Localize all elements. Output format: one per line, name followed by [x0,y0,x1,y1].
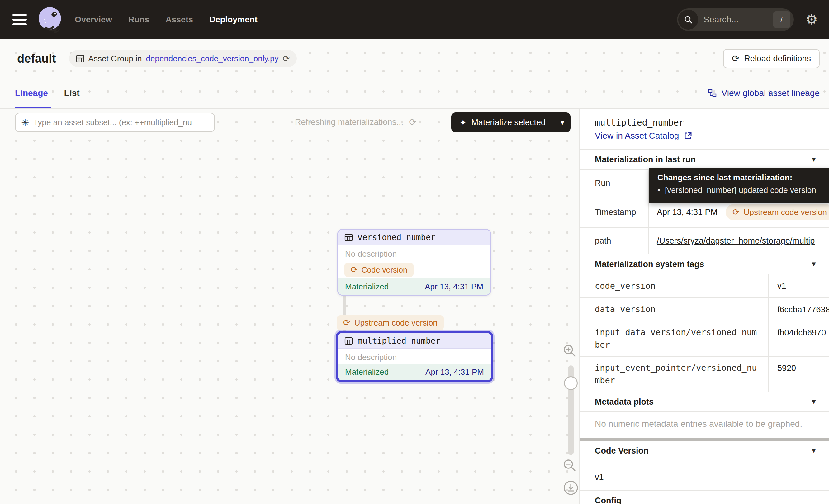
panel-asset-title: multiplied_number [595,117,814,128]
materialize-dropdown-caret[interactable]: ▾ [554,112,571,132]
code-version-change-icon: ⟳ [351,265,358,275]
search-shortcut-key: / [773,11,790,28]
materialized-status: Materialized [345,282,389,292]
badge-prefix: Asset Group in [88,54,142,64]
materialize-sparkle-icon: ✦ [459,117,467,128]
tabs-bar: Lineage List View global asset lineage [0,78,829,109]
external-link-icon [684,132,692,140]
nav-assets[interactable]: Assets [166,15,193,25]
chevron-down-icon: ▼ [810,398,817,406]
page-header: default Asset Group in dependencies_code… [0,39,829,78]
bullet: • [657,185,660,195]
path-label: path [580,228,649,254]
timestamp-label: Timestamp [580,197,649,227]
chevron-down-icon: ▼ [810,155,817,164]
asset-subset-input[interactable] [33,118,209,128]
materialize-split-button: ✦ Materialize selected ▾ [451,112,571,132]
top-navbar: Overview Runs Assets Deployment / ⚙ [0,0,829,39]
tab-lineage[interactable]: Lineage [15,78,48,108]
settings-gear-icon[interactable]: ⚙ [806,13,818,27]
refresh-status: Refreshing materializations... ⟳ [295,117,417,128]
lineage-graph-icon [708,88,717,98]
system-tag-row: input_event_pointer/versioned_number 592… [580,356,829,392]
reload-definitions-button[interactable]: ⟳ Reload definitions [723,49,820,68]
asset-node-versioned-number[interactable]: versioned_number No description ⟳ Code v… [337,229,491,296]
op-selector-icon: ✳ [21,117,29,128]
run-label: Run [580,170,649,196]
view-in-asset-catalog-link[interactable]: View in Asset Catalog [595,131,814,141]
code-version-tag[interactable]: ⟳ Code version [345,262,413,277]
path-value-link[interactable]: /Users/sryza/dagster_home/storage/multip [657,236,815,246]
reload-icon: ⟳ [732,53,739,64]
asset-group-badge: Asset Group in dependencies_code_version… [69,50,297,67]
asset-description: No description [338,349,491,362]
nav-overview[interactable]: Overview [75,15,112,25]
section-config[interactable]: Config [580,490,829,504]
page-title: default [17,52,56,65]
path-row: path /Users/sryza/dagster_home/storage/m… [580,227,829,254]
asset-subset-filter[interactable]: ✳ [15,113,215,132]
system-tag-row: input_data_version/versioned_number fb04… [580,321,829,356]
code-version-change-icon: ⟳ [343,318,350,328]
menu-icon[interactable] [12,14,27,25]
asset-description: No description [338,246,490,259]
section-code-version[interactable]: Code Version ▼ [580,441,829,461]
code-version-change-icon: ⟳ [732,207,740,217]
asset-name: multiplied_number [358,336,440,346]
nav-runs[interactable]: Runs [128,15,149,25]
code-file-link[interactable]: dependencies_code_version_only.py [146,54,279,64]
upstream-code-version-tag[interactable]: ⟳ Upstream code version [726,204,829,220]
code-version-value: v1 [580,461,829,490]
view-global-lineage-link[interactable]: View global asset lineage [708,88,820,98]
table-icon [76,55,84,63]
lineage-graph-pane: ✳ Refreshing materializations... ⟳ ✦ Mat… [0,109,580,504]
search-box[interactable]: / [677,8,794,31]
edge-upstream-code-version-tag[interactable]: ⟳ Upstream code version [337,315,444,330]
materialized-timestamp[interactable]: Apr 13, 4:31 PM [425,367,484,377]
table-icon [345,337,353,345]
materialized-timestamp[interactable]: Apr 13, 4:31 PM [425,282,483,292]
asset-node-multiplied-number[interactable]: multiplied_number No description Materia… [336,331,493,382]
chevron-down-icon: ▼ [810,447,817,455]
download-image-button[interactable] [563,480,579,496]
chevron-down-icon: ▼ [810,260,817,268]
tooltip-item: [versioned_number] updated code version [665,185,816,195]
zoom-in-button[interactable] [563,344,577,358]
section-system-tags[interactable]: Materialization system tags ▼ [580,254,829,275]
dagster-logo[interactable] [36,6,64,33]
search-icon [678,10,698,30]
badge-refresh-icon[interactable]: ⟳ [283,53,290,64]
refresh-icon[interactable]: ⟳ [409,117,417,128]
tab-list[interactable]: List [64,78,80,108]
table-icon [345,233,353,242]
tooltip-title: Changes since last materialization: [657,173,822,183]
search-input[interactable] [704,15,773,25]
materialized-status: Materialized [345,367,389,377]
zoom-slider-thumb[interactable] [564,376,578,390]
changes-tooltip: Changes since last materialization: • [v… [649,168,829,203]
metadata-plots-empty-text: No numeric metadata entries available to… [580,412,829,438]
timestamp-value: Apr 13, 4:31 PM [657,208,718,217]
panel-splitter[interactable] [580,438,829,441]
section-materialization-last-run[interactable]: Materialization in last run ▼ [580,149,829,170]
system-tag-row: code_version v1 [580,275,829,297]
materialize-selected-button[interactable]: ✦ Materialize selected [451,112,554,132]
section-metadata-plots[interactable]: Metadata plots ▼ [580,392,829,412]
nav-deployment[interactable]: Deployment [209,15,257,25]
system-tag-row: data_version f6ccba177638 [580,297,829,321]
asset-name: versioned_number [358,233,435,242]
asset-detail-panel: multiplied_number View in Asset Catalog … [580,109,829,504]
zoom-out-button[interactable] [563,458,577,472]
